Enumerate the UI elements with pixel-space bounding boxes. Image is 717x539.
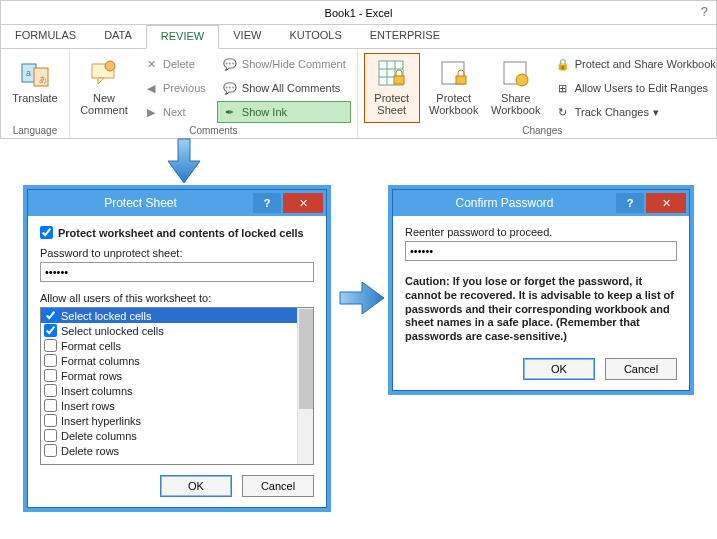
permission-checkbox[interactable] xyxy=(44,414,57,427)
group-changes-label: Changes xyxy=(364,125,717,136)
dialog-titlebar[interactable]: Confirm Password ? ✕ xyxy=(393,190,689,216)
svg-point-15 xyxy=(516,74,528,86)
previous-comment-button: ◀Previous xyxy=(138,77,211,99)
allow-users-label: Allow all users of this worksheet to: xyxy=(40,292,314,304)
list-item[interactable]: Select locked cells xyxy=(41,308,313,323)
new-comment-label: NewComment xyxy=(80,92,128,116)
group-changes: ProtectSheet ProtectWorkbook ShareWorkbo… xyxy=(358,49,717,138)
list-item[interactable]: Delete rows xyxy=(41,443,313,458)
previous-icon: ◀ xyxy=(143,80,159,96)
confirm-password-input[interactable] xyxy=(405,241,677,261)
permission-checkbox[interactable] xyxy=(44,339,57,352)
permission-label: Insert columns xyxy=(61,385,133,397)
tab-enterprise[interactable]: ENTERPRISE xyxy=(356,25,454,48)
permission-checkbox[interactable] xyxy=(44,324,57,337)
share-workbook-icon xyxy=(500,58,532,90)
permissions-listbox[interactable]: Select locked cellsSelect unlocked cells… xyxy=(40,307,314,465)
dialog-title: Protect Sheet xyxy=(28,196,253,210)
dialog-help-button[interactable]: ? xyxy=(253,193,281,213)
tab-data[interactable]: DATA xyxy=(90,25,146,48)
ok-button[interactable]: OK xyxy=(160,475,232,497)
dialog-help-button[interactable]: ? xyxy=(616,193,644,213)
list-item[interactable]: Format columns xyxy=(41,353,313,368)
translate-icon: aあ xyxy=(19,58,51,90)
list-item[interactable]: Insert rows xyxy=(41,398,313,413)
app-title: Book1 - Excel xyxy=(325,7,393,19)
permission-checkbox[interactable] xyxy=(44,309,57,322)
tab-review[interactable]: REVIEW xyxy=(146,25,219,49)
reenter-label: Reenter password to proceed. xyxy=(405,226,677,238)
list-item[interactable]: Select unlocked cells xyxy=(41,323,313,338)
protect-sheet-label: ProtectSheet xyxy=(374,92,409,116)
show-hide-comment-button: 💬Show/Hide Comment xyxy=(217,53,351,75)
svg-text:a: a xyxy=(26,68,31,78)
new-comment-icon xyxy=(88,58,120,90)
svg-rect-13 xyxy=(456,76,466,84)
ribbon: aあ Translate Language NewComment ✕Delete… xyxy=(0,48,717,139)
group-comments-label: Comments xyxy=(76,125,351,136)
new-comment-button[interactable]: NewComment xyxy=(76,53,132,123)
translate-label: Translate xyxy=(12,92,57,104)
tab-formulas[interactable]: FORMULAS xyxy=(1,25,90,48)
tab-view[interactable]: VIEW xyxy=(219,25,275,48)
permission-checkbox[interactable] xyxy=(44,399,57,412)
next-comment-button: ▶Next xyxy=(138,101,211,123)
dialog-close-button[interactable]: ✕ xyxy=(283,193,323,213)
share-workbook-button[interactable]: ShareWorkbook xyxy=(488,53,544,123)
permission-label: Format rows xyxy=(61,370,122,382)
protect-contents-label: Protect worksheet and contents of locked… xyxy=(58,227,304,239)
protect-workbook-label: ProtectWorkbook xyxy=(429,92,478,116)
protect-sheet-button[interactable]: ProtectSheet xyxy=(364,53,420,123)
group-language: aあ Translate Language xyxy=(1,49,70,138)
svg-rect-11 xyxy=(394,76,404,84)
permission-label: Delete rows xyxy=(61,445,119,457)
show-ink-button[interactable]: ✒Show Ink xyxy=(217,101,351,123)
help-icon[interactable]: ? xyxy=(701,4,708,19)
protect-share-workbook-button[interactable]: 🔒Protect and Share Workbook xyxy=(550,53,717,75)
protect-contents-checkbox[interactable] xyxy=(40,226,53,239)
scrollbar-thumb[interactable] xyxy=(299,309,313,409)
list-item[interactable]: Insert columns xyxy=(41,383,313,398)
permission-label: Select locked cells xyxy=(61,310,152,322)
list-item[interactable]: Format cells xyxy=(41,338,313,353)
permission-label: Insert rows xyxy=(61,400,115,412)
list-item[interactable]: Delete columns xyxy=(41,428,313,443)
cancel-button[interactable]: Cancel xyxy=(605,358,677,380)
tab-kutools[interactable]: KUTOOLS xyxy=(275,25,355,48)
group-comments: NewComment ✕Delete ◀Previous ▶Next 💬Show… xyxy=(70,49,358,138)
permission-checkbox[interactable] xyxy=(44,429,57,442)
permission-checkbox[interactable] xyxy=(44,369,57,382)
protect-share-icon: 🔒 xyxy=(555,56,571,72)
scrollbar[interactable] xyxy=(297,308,313,464)
translate-button[interactable]: aあ Translate xyxy=(7,53,63,123)
permission-checkbox[interactable] xyxy=(44,384,57,397)
permission-checkbox[interactable] xyxy=(44,354,57,367)
protect-sheet-icon xyxy=(376,58,408,90)
dialog-close-button[interactable]: ✕ xyxy=(646,193,686,213)
allow-users-edit-button[interactable]: ⊞Allow Users to Edit Ranges xyxy=(550,77,717,99)
protect-workbook-icon xyxy=(438,58,470,90)
ink-icon: ✒ xyxy=(222,104,238,120)
cancel-button[interactable]: Cancel xyxy=(242,475,314,497)
protect-workbook-button[interactable]: ProtectWorkbook xyxy=(426,53,482,123)
track-changes-icon: ↻ xyxy=(555,104,571,120)
show-all-comments-button[interactable]: 💬Show All Comments xyxy=(217,77,351,99)
caution-text: Caution: If you lose or forget the passw… xyxy=(405,275,677,344)
comments-icon: 💬 xyxy=(222,80,238,96)
share-workbook-label: ShareWorkbook xyxy=(491,92,540,116)
next-icon: ▶ xyxy=(143,104,159,120)
permission-checkbox[interactable] xyxy=(44,444,57,457)
list-item[interactable]: Insert hyperlinks xyxy=(41,413,313,428)
ribbon-tabs: FORMULAS DATA REVIEW VIEW KUTOOLS ENTERP… xyxy=(0,24,717,48)
track-changes-button[interactable]: ↻Track Changes ▾ xyxy=(550,101,717,123)
dialog-title: Confirm Password xyxy=(393,196,616,210)
delete-comment-button: ✕Delete xyxy=(138,53,211,75)
confirm-password-dialog: Confirm Password ? ✕ Reenter password to… xyxy=(392,189,690,391)
permission-label: Delete columns xyxy=(61,430,137,442)
permission-label: Format columns xyxy=(61,355,140,367)
dialog-titlebar[interactable]: Protect Sheet ? ✕ xyxy=(28,190,326,216)
password-input[interactable] xyxy=(40,262,314,282)
ok-button[interactable]: OK xyxy=(523,358,595,380)
list-item[interactable]: Format rows xyxy=(41,368,313,383)
permission-label: Format cells xyxy=(61,340,121,352)
